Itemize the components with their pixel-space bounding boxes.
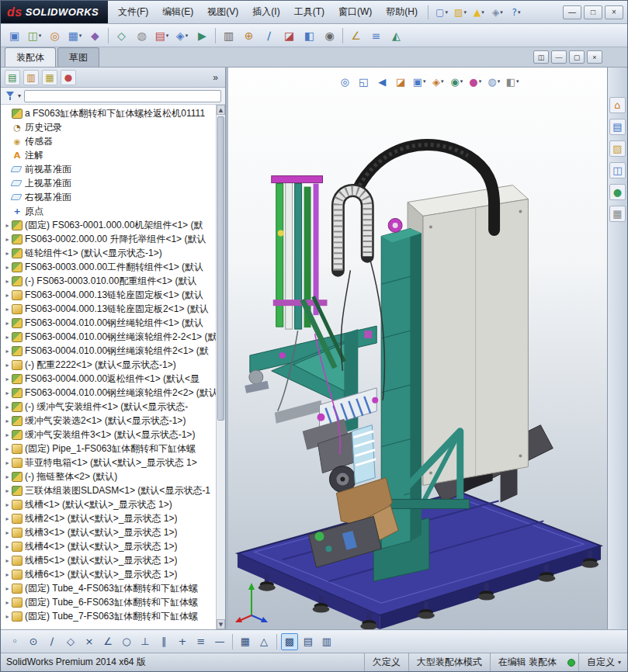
- options-icon[interactable]: ◈▾: [489, 5, 506, 20]
- hole-alignment-icon[interactable]: ◉: [320, 26, 339, 45]
- maximize-button[interactable]: □: [584, 5, 602, 19]
- doc-restore-button[interactable]: ▢: [569, 50, 585, 64]
- section-properties-icon[interactable]: ◭: [387, 26, 406, 45]
- parallel-snap-icon[interactable]: ∥: [155, 633, 172, 650]
- edit-appearance-icon[interactable]: ●▾: [467, 74, 484, 89]
- file-explorer-icon[interactable]: ▨: [609, 140, 626, 157]
- hv-snap-icon[interactable]: +: [174, 633, 191, 650]
- doc-close-button[interactable]: ×: [587, 50, 602, 64]
- dropdown-arrow-icon[interactable]: ▾: [79, 33, 82, 39]
- grid-snap-icon[interactable]: ▦: [237, 633, 254, 650]
- menu-window[interactable]: 窗口(W): [331, 1, 379, 23]
- section-view-icon[interactable]: ◪: [393, 74, 409, 89]
- tree-item[interactable]: +原点: [3, 204, 216, 218]
- smart-fasteners-icon[interactable]: ◆: [85, 26, 105, 45]
- filter-dropdown-icon[interactable]: ▾: [18, 92, 21, 99]
- minimize-button[interactable]: —: [563, 5, 581, 19]
- measure-icon[interactable]: ∠: [346, 26, 366, 45]
- view-orientation-icon[interactable]: ▣▾: [411, 74, 428, 89]
- dropdown-arrow-icon[interactable]: ▾: [445, 9, 448, 16]
- grid-display-icon[interactable]: ▩: [281, 633, 298, 650]
- electrical-cabinet[interactable]: [408, 185, 528, 486]
- close-button[interactable]: ×: [605, 5, 623, 19]
- tree-item[interactable]: ▸FS063-0004.010.00钢丝绳轮组件<1> (默认: [3, 316, 216, 330]
- resources-home-icon[interactable]: ⌂: [609, 97, 626, 113]
- mate-icon[interactable]: ◎: [45, 26, 64, 45]
- scroll-up-button[interactable]: ▲: [217, 105, 225, 115]
- tree-item[interactable]: ▸(-) 拖链整体<2> (默认): [3, 469, 216, 483]
- exploded-view-icon[interactable]: ⊕: [239, 26, 258, 45]
- displaymanager-tab-icon[interactable]: ●: [61, 70, 76, 85]
- mass-properties-icon[interactable]: ≡: [366, 26, 386, 45]
- quadrant-snap-icon[interactable]: ◇: [62, 633, 79, 650]
- interference-detection-icon[interactable]: ◪: [279, 26, 299, 45]
- tree-item[interactable]: ▸线槽3<1> (默认<默认>_显示状态 1>): [3, 525, 216, 539]
- previous-view-icon[interactable]: ◀: [374, 74, 390, 89]
- explode-line-sketch-icon[interactable]: ∕: [259, 26, 279, 45]
- menu-tools[interactable]: 工具(T): [287, 1, 331, 23]
- expand-icon[interactable]: ▸: [3, 515, 12, 522]
- tree-item[interactable]: ▸(固定) Pipe_1-FS063缸体翻转和下缸体螺: [3, 442, 216, 456]
- tree-item[interactable]: ▸(固定) Tube_7-FS063缸体翻转和下缸体螺: [3, 609, 216, 623]
- center-snap-icon[interactable]: ⊙: [25, 633, 42, 650]
- tree-item[interactable]: ▸线槽<1> (默认<默认>_显示状态 1>): [3, 497, 216, 511]
- dropdown-arrow-icon[interactable]: ▾: [460, 78, 463, 85]
- expand-icon[interactable]: ▸: [3, 431, 12, 438]
- scroll-thumb[interactable]: [217, 116, 224, 421]
- expand-icon[interactable]: ▸: [3, 404, 12, 410]
- tree-item[interactable]: ▸FS063-0004.010.00钢丝绳滚轮组件2<2> (默认: [3, 386, 216, 400]
- expand-icon[interactable]: ▸: [3, 445, 12, 452]
- pane-toggle-button[interactable]: ◫: [533, 50, 549, 64]
- custom-properties-icon[interactable]: ▦: [609, 206, 626, 222]
- configurationmanager-tab-icon[interactable]: ▦: [42, 70, 57, 85]
- expand-icon[interactable]: ▸: [3, 264, 12, 271]
- tree-item[interactable]: ▸FS063-0004.010.00钢丝绳滚轮组件2-2<1> (默: [3, 330, 216, 344]
- dropdown-arrow-icon[interactable]: ▾: [463, 9, 467, 16]
- tree-item[interactable]: ▸FS063-0003.000.00工件翻转组件<1> (默认: [3, 260, 216, 274]
- tree-item[interactable]: ▸(-) 配重2222<1> (默认<显示状态-1>): [3, 358, 216, 372]
- expand-icon[interactable]: ▸: [3, 250, 12, 257]
- tree-item[interactable]: ▸链轮组件<1> (默认<显示状态-1>): [3, 246, 216, 260]
- expand-icon[interactable]: ▸: [3, 599, 12, 606]
- tree-item[interactable]: ▸线槽4<1> (默认<默认>_显示状态 1>): [3, 539, 216, 553]
- edit-component-icon[interactable]: ▣: [5, 26, 24, 45]
- zoom-to-fit-icon[interactable]: ◎: [337, 74, 353, 89]
- hv-points-snap-icon[interactable]: ≡: [193, 633, 210, 650]
- display-style-icon[interactable]: ◈▾: [430, 74, 446, 89]
- snap-settings-icon[interactable]: ▤: [300, 633, 317, 650]
- panel-overflow-button[interactable]: »: [210, 72, 221, 83]
- midpoint-snap-icon[interactable]: ∕: [43, 633, 61, 650]
- assembly-features-icon[interactable]: ▤▾: [152, 26, 172, 45]
- expand-icon[interactable]: ▸: [3, 376, 12, 383]
- dropdown-arrow-icon[interactable]: ▾: [500, 9, 503, 16]
- new-document-icon[interactable]: ▢▾: [433, 5, 450, 20]
- tangent-snap-icon[interactable]: ○: [118, 633, 135, 650]
- expand-icon[interactable]: ▸: [3, 501, 12, 508]
- tree-item[interactable]: 上视基准面: [3, 176, 216, 190]
- expand-icon[interactable]: ▸: [3, 571, 12, 578]
- dropdown-arrow-icon[interactable]: ▾: [518, 9, 521, 16]
- nearest-snap-icon[interactable]: ∠: [99, 633, 116, 650]
- expand-icon[interactable]: ▸: [3, 222, 12, 229]
- expand-icon[interactable]: ▸: [3, 320, 12, 327]
- dropdown-arrow-icon[interactable]: ▾: [481, 9, 484, 16]
- appearances-icon[interactable]: ●: [609, 184, 626, 200]
- dropdown-arrow-icon[interactable]: ▾: [516, 78, 519, 85]
- tree-item[interactable]: ◔历史记录: [3, 120, 216, 134]
- tree-item[interactable]: a FS063缸体翻转和下缸体螺栓返松机01111: [3, 106, 216, 120]
- menu-view[interactable]: 视图(V): [200, 1, 245, 23]
- expand-icon[interactable]: ▸: [3, 529, 12, 536]
- menu-help[interactable]: 帮助(H): [379, 1, 425, 23]
- filter-input[interactable]: [24, 90, 221, 102]
- menu-edit[interactable]: 编辑(E): [155, 1, 200, 23]
- angle-snap-icon[interactable]: △: [255, 633, 272, 650]
- featuremanager-tab-icon[interactable]: ▤: [5, 70, 20, 85]
- zoom-to-area-icon[interactable]: ◱: [356, 74, 372, 89]
- show-hidden-components-icon[interactable]: ◍: [132, 26, 151, 45]
- open-icon[interactable]: ▨▾: [452, 5, 469, 20]
- expand-icon[interactable]: ▸: [3, 487, 12, 494]
- dropdown-arrow-icon[interactable]: ▾: [498, 78, 501, 85]
- filter-icon[interactable]: [5, 92, 15, 100]
- expand-icon[interactable]: ▸: [3, 278, 12, 285]
- tab-assembly[interactable]: 装配体: [5, 47, 56, 67]
